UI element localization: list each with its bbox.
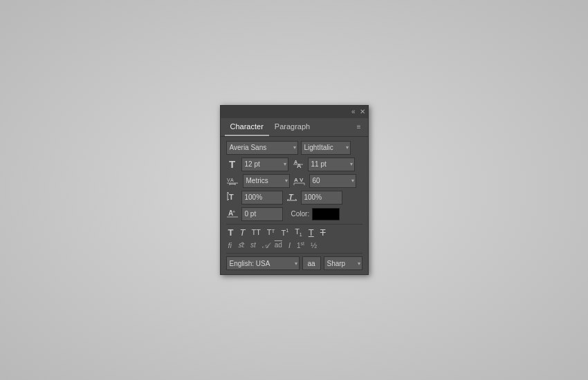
svg-text:A: A	[230, 178, 234, 182]
ordinals-button[interactable]: 1st	[295, 240, 306, 250]
swash-button[interactable]: st	[248, 241, 258, 249]
kerning-wrapper: MetricsOptical0255075100	[243, 174, 290, 188]
baseline-shift-input[interactable]	[241, 207, 283, 221]
style-buttons-row: T T TT TT T1 T1 T T	[226, 227, 362, 238]
tracking-icon: A V	[293, 175, 306, 187]
bottom-row: English: USAEnglish: UKFrenchGermanSpani…	[226, 256, 362, 270]
divider-1	[226, 224, 362, 225]
divider-2	[226, 253, 362, 254]
language-select[interactable]: English: USAEnglish: UKFrenchGermanSpani…	[226, 256, 300, 270]
small-caps-button[interactable]: TT	[265, 228, 277, 237]
all-caps-button[interactable]: TT	[249, 228, 262, 237]
disc-ligatures-button[interactable]: ﬆ	[236, 241, 246, 249]
scale-row: T T	[226, 191, 362, 205]
aa-button[interactable]: aa	[302, 256, 321, 270]
anti-alias-select[interactable]: NoneSharpCrispStrongSmooth	[324, 256, 362, 270]
size-leading-row: T 6 pt7 pt8 pt9 pt10 pt11 pt12 pt14 pt18…	[226, 158, 362, 171]
font-size-wrapper: 6 pt7 pt8 pt9 pt10 pt11 pt12 pt14 pt18 p…	[241, 158, 288, 171]
tracking-select[interactable]: 01020406080100	[309, 174, 356, 188]
tab-paragraph[interactable]: Paragraph	[269, 118, 315, 136]
svg-text:V: V	[300, 177, 304, 183]
faux-italic-button[interactable]: T	[237, 227, 247, 238]
font-style-wrapper: LightItalicLightRegularBoldItalicBold It…	[301, 141, 351, 155]
character-panel: « ✕ Character Paragraph ≡ Averia SansAri…	[220, 105, 369, 276]
baseline-shift-icon: A +	[226, 207, 239, 220]
svg-text:T: T	[288, 193, 294, 201]
panel-titlebar: « ✕	[221, 106, 368, 118]
font-family-row: Averia SansArialHelveticaTimes New Roman…	[226, 141, 362, 155]
kerning-tracking-row: V A MetricsOptical0255075100 A V	[226, 174, 362, 188]
color-label: Color:	[291, 210, 310, 218]
vertical-scale-icon: T	[226, 191, 239, 204]
anti-alias-wrapper: NoneSharpCrispStrongSmooth	[324, 256, 362, 270]
color-swatch[interactable]	[312, 208, 340, 220]
underline-button[interactable]: T	[306, 227, 316, 238]
horizontal-scale-input[interactable]	[301, 191, 342, 205]
language-wrapper: English: USAEnglish: UKFrenchGermanSpani…	[226, 256, 300, 270]
svg-text:A: A	[294, 177, 298, 183]
vertical-scale-input[interactable]	[241, 191, 283, 205]
leading-wrapper: Auto6 pt8 pt10 pt11 pt12 pt14 pt18 pt24 …	[308, 158, 355, 171]
leading-select[interactable]: Auto6 pt8 pt10 pt11 pt12 pt14 pt18 pt24 …	[308, 158, 355, 171]
ligatures-button[interactable]: fi	[226, 241, 235, 250]
horizontal-scale-icon: T	[286, 191, 298, 204]
font-family-wrapper: Averia SansArialHelveticaTimes New Roman	[226, 141, 298, 155]
faux-bold-button[interactable]: T	[226, 227, 236, 238]
font-style-select[interactable]: LightItalicLightRegularBoldItalicBold It…	[301, 141, 351, 155]
stylistic-alt-button[interactable]: 𝒜	[260, 241, 270, 250]
font-size-select[interactable]: 6 pt7 pt8 pt9 pt10 pt11 pt12 pt14 pt18 p…	[241, 158, 288, 171]
kerning-select[interactable]: MetricsOptical0255075100	[243, 174, 290, 188]
close-icon[interactable]: ✕	[360, 108, 365, 115]
kerning-icon: V A	[226, 175, 240, 187]
svg-text:T: T	[229, 193, 234, 201]
tracking-wrapper: 01020406080100	[309, 174, 356, 188]
svg-text:A: A	[297, 162, 302, 169]
opentype-buttons-row: fi ﬆ st 𝒜 ad I 1st ½	[226, 240, 362, 250]
contextual-alt-button[interactable]: I	[286, 241, 293, 250]
panel-menu-icon[interactable]: ≡	[354, 120, 364, 133]
titling-button[interactable]: ad	[273, 241, 284, 249]
collapse-icon[interactable]: «	[351, 108, 356, 115]
font-size-icon: T	[226, 158, 239, 170]
leading-icon: A A	[291, 158, 305, 171]
panel-tabs: Character Paragraph ≡	[221, 118, 368, 137]
panel-body: Averia SansArialHelveticaTimes New Roman…	[221, 137, 368, 275]
subscript-button[interactable]: T1	[293, 227, 304, 238]
superscript-button[interactable]: T1	[279, 227, 291, 238]
svg-text:+: +	[232, 209, 235, 214]
strikethrough-button[interactable]: T	[318, 227, 328, 238]
font-family-select[interactable]: Averia SansArialHelveticaTimes New Roman	[226, 141, 298, 155]
tab-character[interactable]: Character	[225, 118, 269, 136]
baseline-color-row: A + Color:	[226, 207, 362, 221]
fractions-button[interactable]: ½	[309, 241, 319, 250]
